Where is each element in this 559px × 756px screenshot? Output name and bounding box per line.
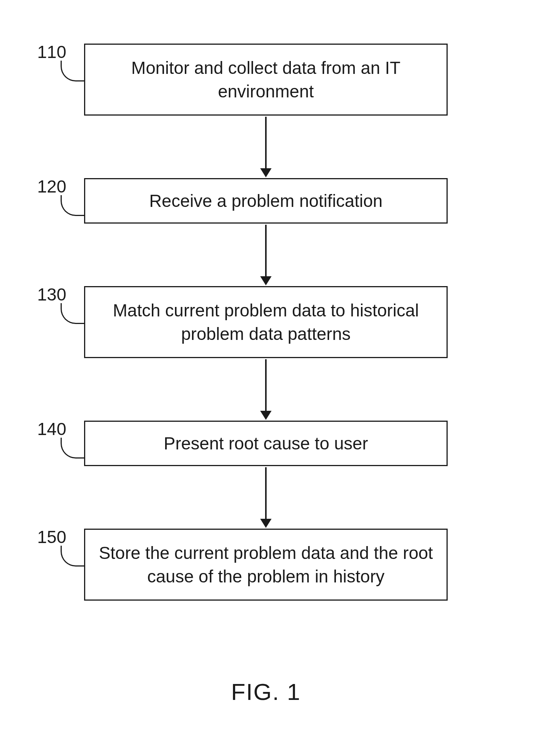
step-text: Receive a problem notification [149,189,383,213]
step-box-150: Store the current problem data and the r… [84,529,448,601]
label-connector-130 [61,303,85,324]
arrow-130-140 [260,359,272,420]
step-text: Present root cause to user [164,432,368,455]
step-box-130: Match current problem data to historical… [84,286,448,358]
arrow-140-150 [260,467,272,528]
arrow-110-120 [260,117,272,177]
step-text: Monitor and collect data from an IT envi… [97,56,435,103]
step-box-120: Receive a problem notification [84,178,448,224]
step-text: Store the current problem data and the r… [97,541,435,588]
label-connector-120 [61,195,85,216]
flowchart-canvas: 110 Monitor and collect data from an IT … [0,0,559,756]
label-connector-110 [61,61,85,81]
step-label-140: 140 [32,419,66,439]
step-label-110: 110 [32,42,66,62]
step-box-110: Monitor and collect data from an IT envi… [84,44,448,116]
arrow-120-130 [260,225,272,285]
step-label-120: 120 [32,176,66,197]
step-label-150: 150 [32,527,66,547]
figure-caption: FIG. 1 [231,678,301,705]
step-text: Match current problem data to historical… [97,299,435,346]
step-label-130: 130 [32,284,66,305]
label-connector-150 [61,546,85,567]
step-box-140: Present root cause to user [84,421,448,466]
label-connector-140 [61,438,85,459]
